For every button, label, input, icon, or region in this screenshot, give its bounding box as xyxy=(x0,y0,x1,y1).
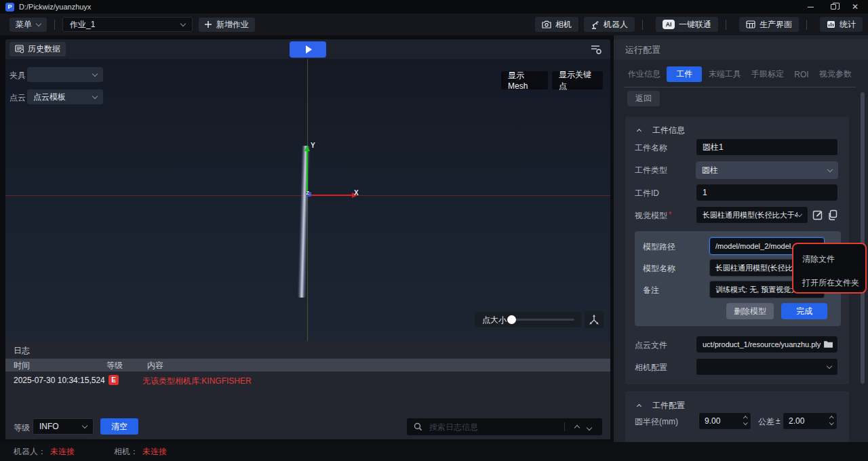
workpiece-info-section-header[interactable]: 工件信息 xyxy=(637,125,685,136)
chevron-up-icon xyxy=(574,424,580,430)
tab-hand-eye-calib[interactable]: 手眼标定 xyxy=(747,66,788,82)
robot-icon xyxy=(591,20,599,29)
done-button[interactable]: 完成 xyxy=(781,303,827,319)
chevron-down-icon xyxy=(743,420,747,424)
close-button[interactable]: ✕ xyxy=(845,0,865,14)
spinner-arrows[interactable] xyxy=(830,416,833,424)
show-keypoints-button[interactable]: 显示关键点 xyxy=(552,71,603,89)
camera-config-select[interactable] xyxy=(696,358,838,376)
job-select-value: 作业_1 xyxy=(70,19,95,31)
log-title: 日志 xyxy=(14,345,30,357)
chevron-down-icon xyxy=(827,166,833,172)
log-level-badge: E xyxy=(108,375,119,385)
vision-model-select[interactable]: 长圆柱通用模型(长径比大于4:1) xyxy=(696,206,808,224)
search-next-button[interactable] xyxy=(587,422,591,432)
3d-viewport[interactable]: 夹具 点云 点云模板 显示Mesh 显示关键点 Y X Z 点大小 xyxy=(5,59,610,341)
back-button[interactable]: 返回 xyxy=(627,91,660,106)
copy-model-button[interactable] xyxy=(826,208,840,222)
add-job-button[interactable]: 新增作业 xyxy=(199,18,255,32)
radius-spinner[interactable]: 9.00 xyxy=(698,412,751,430)
pointcloud-select[interactable]: 点云模板 xyxy=(27,89,103,104)
stats-button[interactable]: 统计 xyxy=(820,17,863,32)
y-axis-label: Y xyxy=(311,142,315,149)
job-select[interactable]: 作业_1 xyxy=(62,17,193,32)
maximize-button[interactable] xyxy=(823,0,844,14)
divider xyxy=(806,20,807,30)
axes-tripod-icon xyxy=(589,315,599,325)
log-row-content: 无该类型相机库:KINGFISHER xyxy=(142,376,252,387)
menu-dropdown[interactable]: 菜单 xyxy=(9,18,47,32)
camera-icon xyxy=(542,20,551,28)
config-tabs: 作业信息 工件 末端工具 手眼标定 ROI 视觉参数 xyxy=(624,67,856,81)
log-col-level: 等级 xyxy=(106,360,123,372)
y-axis-arrow xyxy=(304,145,310,151)
history-data-icon xyxy=(15,45,24,54)
menu-item-open-folder[interactable]: 打开所在文件夹 xyxy=(802,277,859,289)
clear-log-button[interactable]: 清空 xyxy=(100,418,138,435)
workpiece-type-value: 圆柱 xyxy=(702,165,718,176)
vision-model-value: 长圆柱通用模型(长径比大于4:1) xyxy=(703,210,797,220)
z-axis-label: Z xyxy=(306,190,309,196)
log-search-input[interactable] xyxy=(429,422,558,432)
chevron-down-icon xyxy=(36,20,41,26)
divider xyxy=(624,87,856,87)
y-axis xyxy=(307,151,308,195)
show-mesh-button[interactable]: 显示Mesh xyxy=(501,71,548,89)
minimize-button[interactable] xyxy=(800,0,821,14)
search-prev-button[interactable] xyxy=(575,422,579,432)
panel-scrollbar[interactable] xyxy=(861,92,865,384)
folder-icon[interactable] xyxy=(823,340,833,348)
point-size-label: 点大小 xyxy=(482,315,507,326)
log-row[interactable]: 2025-07-30 10:34:15,524 E 无该类型相机库:KINGFI… xyxy=(5,374,610,388)
pointcloud-file-input[interactable]: uct/product_1/resource/yuanzhu.ply xyxy=(696,336,838,353)
history-data-button[interactable]: 历史数据 xyxy=(9,42,66,56)
workpiece-type-select[interactable]: 圆柱 xyxy=(696,161,838,179)
display-settings-button[interactable] xyxy=(587,41,605,58)
run-button[interactable] xyxy=(290,41,326,58)
file-context-menu: 清除文件 打开所在文件夹 xyxy=(792,243,867,294)
history-data-label: 历史数据 xyxy=(28,43,60,55)
tab-vision-params[interactable]: 视觉参数 xyxy=(815,66,856,82)
x-axis xyxy=(309,195,353,196)
view-orientation-button[interactable] xyxy=(585,311,604,328)
camera-button[interactable]: 相机 xyxy=(535,17,578,32)
remark-label: 备注 xyxy=(643,285,659,296)
copy-icon xyxy=(827,209,838,220)
ai-link-button[interactable]: AI 一键联通 xyxy=(656,17,718,32)
menu-bar-right: 相机 机器人 AI 一键联通 生产界面 统计 xyxy=(530,17,863,32)
show-keypoints-label: 显示关键点 xyxy=(559,69,596,92)
divider xyxy=(564,422,565,431)
clear-log-label: 清空 xyxy=(111,421,127,433)
tab-workpiece[interactable]: 工件 xyxy=(667,66,702,82)
fixture-select[interactable] xyxy=(27,67,103,82)
divider xyxy=(726,20,726,30)
tolerance-spinner[interactable]: 2.00 xyxy=(783,412,837,430)
show-mesh-label: 显示Mesh xyxy=(508,70,541,91)
x-axis-label: X xyxy=(354,189,359,197)
radius-value: 9.00 xyxy=(705,416,720,426)
chevron-down-icon xyxy=(92,93,98,98)
delete-model-button[interactable]: 删除模型 xyxy=(726,303,774,319)
fixture-label: 夹具 xyxy=(9,70,26,81)
tab-job-info[interactable]: 作业信息 xyxy=(624,66,665,82)
run-config-header: 运行配置 xyxy=(614,39,868,60)
spinner-arrows[interactable] xyxy=(744,416,747,424)
point-size-slider-knob[interactable] xyxy=(507,315,516,324)
point-size-slider-track[interactable] xyxy=(513,319,574,321)
edit-model-button[interactable] xyxy=(811,208,825,222)
tolerance-label: 公差 xyxy=(758,416,774,428)
restore-icon xyxy=(831,4,836,9)
workpiece-id-input[interactable]: 1 xyxy=(696,184,838,201)
chevron-down-icon xyxy=(92,71,98,76)
robot-button[interactable]: 机器人 xyxy=(584,17,635,32)
production-button[interactable]: 生产界面 xyxy=(739,17,799,32)
tab-end-tool[interactable]: 末端工具 xyxy=(705,66,745,82)
log-col-time: 时间 xyxy=(14,360,30,372)
collapse-icon xyxy=(637,129,642,134)
tab-roi[interactable]: ROI xyxy=(790,68,812,81)
log-level-select[interactable]: INFO xyxy=(33,418,94,435)
workpiece-name-label: 工件名称 xyxy=(635,142,667,154)
menu-item-clear-file[interactable]: 清除文件 xyxy=(802,254,835,265)
workpiece-name-input[interactable]: 圆柱1 xyxy=(696,138,838,156)
workpiece-config-section-header[interactable]: 工件配置 xyxy=(637,400,685,412)
